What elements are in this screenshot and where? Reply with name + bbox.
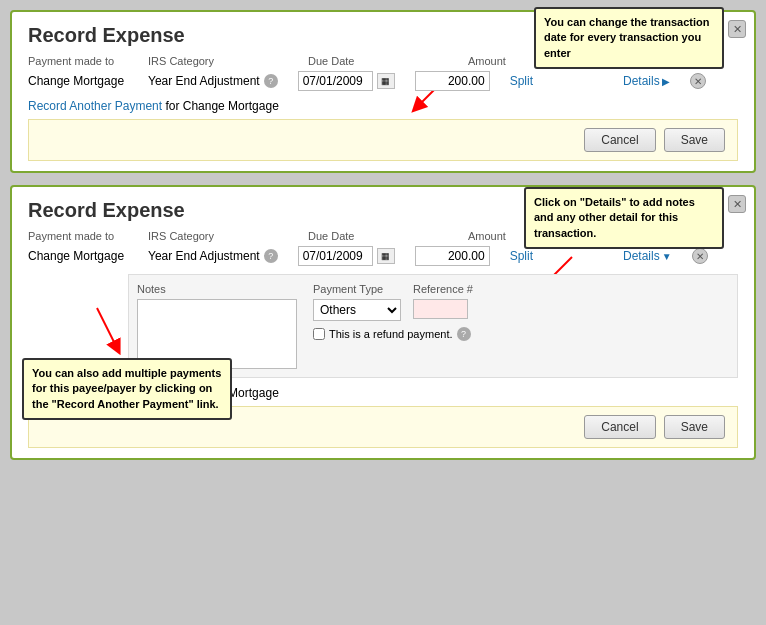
payment-type-label: Payment Type (313, 283, 401, 295)
panel-1: You can change the transaction date for … (10, 10, 756, 173)
close-button-2[interactable]: ✕ (728, 195, 746, 213)
payment-type-col: Payment Type Others Cash Check Credit Ca… (313, 283, 473, 369)
calendar-icon-2[interactable]: ▦ (377, 248, 395, 264)
split-link-2[interactable]: Split (510, 249, 533, 263)
irs-row-2: Year End Adjustment ? (148, 249, 278, 263)
callout-date-change: You can change the transaction date for … (534, 7, 724, 69)
details-link-1[interactable]: Details ▶ (623, 74, 670, 88)
reference-row: Reference # (413, 283, 473, 321)
amount-input-1[interactable] (415, 71, 490, 91)
form-row-1: Change Mortgage Year End Adjustment ? ▦ … (28, 71, 738, 91)
cancel-button-1[interactable]: Cancel (584, 128, 655, 152)
form-area-2: Payment made to IRS Category Due Date Am… (28, 230, 738, 378)
notes-col: Notes (137, 283, 297, 369)
duedate-col-label: Due Date (308, 55, 408, 67)
payment-type-row: Payment Type Others Cash Check Credit Ca… (313, 283, 401, 321)
date-row-2: ▦ (298, 246, 395, 266)
payment-value-1: Change Mortgage (28, 74, 128, 88)
close-button-1[interactable]: ✕ (728, 20, 746, 38)
irs-value-2: Year End Adjustment (148, 249, 260, 263)
notes-label: Notes (137, 283, 297, 295)
refund-row: This is a refund payment. ? (313, 327, 473, 341)
date-row-1: ▦ (298, 71, 395, 91)
irs-col-label: IRS Category (148, 55, 288, 67)
cancel-button-2[interactable]: Cancel (584, 415, 655, 439)
payment-ref-row: Payment Type Others Cash Check Credit Ca… (313, 283, 473, 321)
delete-icon-1[interactable]: ✕ (690, 73, 706, 89)
irs-row-1: Year End Adjustment ? (148, 74, 278, 88)
payment-col-label: Payment made to (28, 55, 128, 67)
save-button-1[interactable]: Save (664, 128, 725, 152)
help-icon-1[interactable]: ? (264, 74, 278, 88)
payment-value-2: Change Mortgage (28, 249, 128, 263)
details-down-arrow-icon: ▼ (662, 251, 672, 262)
footer-bar-1: Cancel Save (28, 119, 738, 161)
duedate-col-label-2: Due Date (308, 230, 408, 242)
irs-value-1: Year End Adjustment (148, 74, 260, 88)
record-another-link-1[interactable]: Record Another Payment (28, 99, 162, 113)
due-date-input-2[interactable] (298, 246, 373, 266)
callout-details: Click on "Details" to add notes and any … (524, 187, 724, 249)
select-row: Others Cash Check Credit Card Debit Card (313, 299, 401, 321)
details-link-2[interactable]: Details ▼ (623, 249, 672, 263)
reference-input[interactable] (413, 299, 468, 319)
help-icon-2[interactable]: ? (264, 249, 278, 263)
refund-checkbox[interactable] (313, 328, 325, 340)
refund-help-icon[interactable]: ? (457, 327, 471, 341)
save-button-2[interactable]: Save (664, 415, 725, 439)
irs-col-label-2: IRS Category (148, 230, 288, 242)
details-arrow-icon-1: ▶ (662, 76, 670, 87)
split-link-1[interactable]: Split (510, 74, 533, 88)
due-date-input-1[interactable] (298, 71, 373, 91)
amount-input-2[interactable] (415, 246, 490, 266)
delete-icon-2[interactable]: ✕ (692, 248, 708, 264)
refund-label: This is a refund payment. (329, 328, 453, 340)
payment-col-label-2: Payment made to (28, 230, 128, 242)
reference-label: Reference # (413, 283, 473, 295)
callout-record-another: You can also add multiple payments for t… (22, 358, 232, 420)
panel-2: Click on "Details" to add notes and any … (10, 185, 756, 460)
payment-type-select[interactable]: Others Cash Check Credit Card Debit Card (313, 299, 401, 321)
calendar-icon-1[interactable]: ▦ (377, 73, 395, 89)
record-another-1: Record Another Payment for Change Mortga… (28, 99, 738, 113)
